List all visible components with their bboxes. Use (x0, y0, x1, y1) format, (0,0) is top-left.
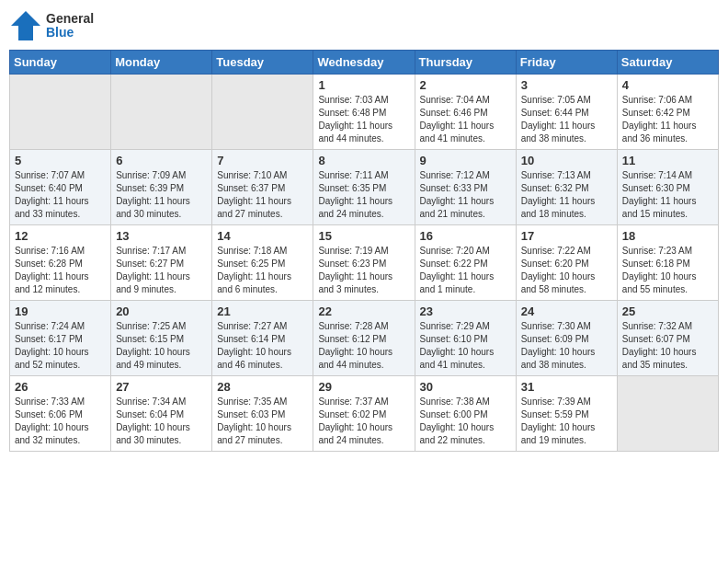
calendar-week-row: 1Sunrise: 7:03 AM Sunset: 6:48 PM Daylig… (10, 75, 719, 150)
day-info: Sunrise: 7:10 AM Sunset: 6:37 PM Dayligh… (217, 169, 308, 221)
day-number: 30 (420, 380, 511, 394)
day-info: Sunrise: 7:38 AM Sunset: 6:00 PM Dayligh… (420, 396, 511, 447)
day-info: Sunrise: 7:19 AM Sunset: 6:23 PM Dayligh… (318, 245, 409, 296)
calendar-day-15: 15Sunrise: 7:19 AM Sunset: 6:23 PM Dayli… (313, 225, 415, 301)
day-info: Sunrise: 7:30 AM Sunset: 6:09 PM Dayligh… (521, 320, 612, 372)
calendar-empty-cell (10, 75, 111, 150)
day-info: Sunrise: 7:17 AM Sunset: 6:27 PM Dayligh… (116, 245, 207, 296)
day-info: Sunrise: 7:03 AM Sunset: 6:48 PM Dayligh… (318, 94, 409, 145)
day-number: 2 (420, 78, 511, 92)
calendar-day-19: 19Sunrise: 7:24 AM Sunset: 6:17 PM Dayli… (10, 301, 111, 376)
day-info: Sunrise: 7:11 AM Sunset: 6:35 PM Dayligh… (318, 169, 409, 221)
calendar: SundayMondayTuesdayWednesdayThursdayFrid… (9, 50, 719, 452)
calendar-day-18: 18Sunrise: 7:23 AM Sunset: 6:18 PM Dayli… (617, 225, 718, 301)
logo-blue-text: Blue (46, 26, 94, 40)
day-info: Sunrise: 7:33 AM Sunset: 6:06 PM Dayligh… (15, 396, 106, 447)
calendar-week-row: 5Sunrise: 7:07 AM Sunset: 6:40 PM Daylig… (10, 150, 719, 225)
day-info: Sunrise: 7:13 AM Sunset: 6:32 PM Dayligh… (521, 169, 612, 221)
calendar-day-28: 28Sunrise: 7:35 AM Sunset: 6:03 PM Dayli… (212, 376, 313, 452)
day-info: Sunrise: 7:29 AM Sunset: 6:10 PM Dayligh… (420, 320, 511, 372)
logo-text-block: GeneralBlue (46, 12, 94, 40)
day-number: 7 (217, 154, 308, 167)
calendar-day-11: 11Sunrise: 7:14 AM Sunset: 6:30 PM Dayli… (617, 150, 718, 225)
day-header-thursday: Thursday (415, 51, 516, 75)
calendar-day-10: 10Sunrise: 7:13 AM Sunset: 6:32 PM Dayli… (516, 150, 617, 225)
day-number: 15 (318, 229, 409, 243)
day-header-friday: Friday (516, 51, 617, 75)
day-info: Sunrise: 7:39 AM Sunset: 5:59 PM Dayligh… (521, 396, 612, 447)
day-info: Sunrise: 7:07 AM Sunset: 6:40 PM Dayligh… (15, 169, 106, 221)
day-number: 20 (116, 304, 207, 318)
calendar-day-29: 29Sunrise: 7:37 AM Sunset: 6:02 PM Dayli… (313, 376, 415, 452)
calendar-day-30: 30Sunrise: 7:38 AM Sunset: 6:00 PM Dayli… (415, 376, 516, 452)
logo-general-text: General (46, 12, 94, 26)
calendar-week-row: 19Sunrise: 7:24 AM Sunset: 6:17 PM Dayli… (10, 301, 719, 376)
day-number: 1 (318, 78, 409, 92)
calendar-day-9: 9Sunrise: 7:12 AM Sunset: 6:33 PM Daylig… (415, 150, 516, 225)
day-number: 17 (521, 229, 612, 243)
calendar-day-8: 8Sunrise: 7:11 AM Sunset: 6:35 PM Daylig… (313, 150, 415, 225)
day-info: Sunrise: 7:05 AM Sunset: 6:44 PM Dayligh… (521, 94, 612, 145)
day-header-sunday: Sunday (10, 51, 111, 75)
calendar-day-16: 16Sunrise: 7:20 AM Sunset: 6:22 PM Dayli… (415, 225, 516, 301)
day-number: 10 (521, 154, 612, 167)
calendar-day-31: 31Sunrise: 7:39 AM Sunset: 5:59 PM Dayli… (516, 376, 617, 452)
day-number: 26 (15, 380, 106, 394)
day-info: Sunrise: 7:32 AM Sunset: 6:07 PM Dayligh… (622, 320, 713, 372)
day-number: 13 (116, 229, 207, 243)
day-number: 3 (521, 78, 612, 92)
day-info: Sunrise: 7:12 AM Sunset: 6:33 PM Dayligh… (420, 169, 511, 221)
calendar-day-6: 6Sunrise: 7:09 AM Sunset: 6:39 PM Daylig… (111, 150, 212, 225)
day-number: 25 (622, 304, 713, 318)
day-number: 28 (217, 380, 308, 394)
calendar-empty-cell (212, 75, 313, 150)
day-number: 18 (622, 229, 713, 243)
page: GeneralBlue SundayMondayTuesdayWednesday… (0, 0, 728, 461)
day-number: 8 (318, 154, 409, 167)
day-number: 24 (521, 304, 612, 318)
day-header-wednesday: Wednesday (313, 51, 415, 75)
day-info: Sunrise: 7:23 AM Sunset: 6:18 PM Dayligh… (622, 245, 713, 296)
day-info: Sunrise: 7:06 AM Sunset: 6:42 PM Dayligh… (622, 94, 713, 145)
day-number: 22 (318, 304, 409, 318)
calendar-day-17: 17Sunrise: 7:22 AM Sunset: 6:20 PM Dayli… (516, 225, 617, 301)
day-info: Sunrise: 7:20 AM Sunset: 6:22 PM Dayligh… (420, 245, 511, 296)
day-number: 5 (15, 154, 106, 167)
calendar-day-24: 24Sunrise: 7:30 AM Sunset: 6:09 PM Dayli… (516, 301, 617, 376)
day-number: 11 (622, 154, 713, 167)
day-header-saturday: Saturday (617, 51, 718, 75)
day-number: 29 (318, 380, 409, 394)
calendar-day-21: 21Sunrise: 7:27 AM Sunset: 6:14 PM Dayli… (212, 301, 313, 376)
calendar-day-5: 5Sunrise: 7:07 AM Sunset: 6:40 PM Daylig… (10, 150, 111, 225)
day-info: Sunrise: 7:09 AM Sunset: 6:39 PM Dayligh… (116, 169, 207, 221)
day-number: 19 (15, 304, 106, 318)
day-info: Sunrise: 7:24 AM Sunset: 6:17 PM Dayligh… (15, 320, 106, 372)
day-info: Sunrise: 7:25 AM Sunset: 6:15 PM Dayligh… (116, 320, 207, 372)
calendar-day-26: 26Sunrise: 7:33 AM Sunset: 6:06 PM Dayli… (10, 376, 111, 452)
calendar-day-13: 13Sunrise: 7:17 AM Sunset: 6:27 PM Dayli… (111, 225, 212, 301)
day-number: 4 (622, 78, 713, 92)
day-number: 27 (116, 380, 207, 394)
calendar-header-row: SundayMondayTuesdayWednesdayThursdayFrid… (10, 51, 719, 75)
calendar-day-1: 1Sunrise: 7:03 AM Sunset: 6:48 PM Daylig… (313, 75, 415, 150)
calendar-day-20: 20Sunrise: 7:25 AM Sunset: 6:15 PM Dayli… (111, 301, 212, 376)
logo-svg (9, 9, 42, 42)
calendar-day-3: 3Sunrise: 7:05 AM Sunset: 6:44 PM Daylig… (516, 75, 617, 150)
day-header-tuesday: Tuesday (212, 51, 313, 75)
header: GeneralBlue (9, 9, 719, 42)
day-info: Sunrise: 7:28 AM Sunset: 6:12 PM Dayligh… (318, 320, 409, 372)
day-info: Sunrise: 7:37 AM Sunset: 6:02 PM Dayligh… (318, 396, 409, 447)
svg-marker-0 (11, 11, 40, 40)
day-info: Sunrise: 7:16 AM Sunset: 6:28 PM Dayligh… (15, 245, 106, 296)
day-number: 12 (15, 229, 106, 243)
calendar-empty-cell (617, 376, 718, 452)
calendar-week-row: 26Sunrise: 7:33 AM Sunset: 6:06 PM Dayli… (10, 376, 719, 452)
calendar-day-7: 7Sunrise: 7:10 AM Sunset: 6:37 PM Daylig… (212, 150, 313, 225)
day-number: 16 (420, 229, 511, 243)
calendar-day-25: 25Sunrise: 7:32 AM Sunset: 6:07 PM Dayli… (617, 301, 718, 376)
day-number: 23 (420, 304, 511, 318)
calendar-day-22: 22Sunrise: 7:28 AM Sunset: 6:12 PM Dayli… (313, 301, 415, 376)
day-number: 14 (217, 229, 308, 243)
day-number: 21 (217, 304, 308, 318)
day-number: 31 (521, 380, 612, 394)
